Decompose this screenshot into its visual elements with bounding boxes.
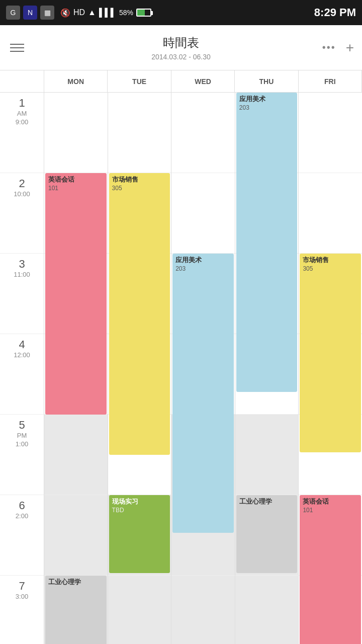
event-room: 203	[175, 265, 231, 272]
event-room: 101	[48, 185, 104, 192]
col-wed: 应用美术 203	[171, 93, 235, 644]
time-slot-2: 2 10:00	[0, 173, 44, 254]
day-header-row: MON TUE WED THU FRI	[0, 70, 362, 93]
event-title: 现场实习	[112, 498, 167, 506]
event-title: 工业心理学	[239, 498, 295, 506]
signal-icon: ▌▌▌	[99, 8, 116, 17]
date-range: 2014.03.02 - 06.30	[151, 53, 211, 61]
battery-icon	[136, 9, 151, 17]
event-title: 应用美术	[175, 256, 231, 264]
day-header-mon: MON	[44, 70, 108, 92]
time-slot-7: 7 3:00	[0, 576, 44, 644]
menu-button[interactable]	[10, 44, 24, 52]
col-mon: 英语会话 101 工业心理学	[44, 93, 108, 644]
event-title: 应用美术	[239, 95, 295, 103]
event-thu-art[interactable]: 应用美术 203	[236, 93, 298, 392]
cell-mon-5	[44, 415, 108, 495]
time-slot-4: 4 12:00	[0, 334, 44, 415]
time-slot-6: 6 2:00	[0, 495, 44, 576]
app-icon-img: ▦	[40, 6, 54, 20]
event-title: 英语会话	[48, 176, 104, 184]
status-bar: G N ▦ 🔇 HD ▲ ▌▌▌ 58% 8:29 PM	[0, 0, 362, 25]
day-header-fri: FRI	[299, 70, 362, 92]
event-title: 工业心理学	[48, 578, 104, 586]
wifi-icon: ▲	[88, 8, 96, 17]
event-tue-marketing[interactable]: 市场销售 305	[109, 173, 170, 455]
event-room: 203	[239, 104, 295, 111]
status-time: 8:29 PM	[314, 6, 356, 19]
time-slot-3: 3 11:00	[0, 254, 44, 334]
time-gutter: 1 AM 9:00 2 10:00 3 11:00 4 12:00 5 PM 1…	[0, 93, 44, 644]
header: 時間表 2014.03.02 - 06.30 ••• +	[0, 25, 362, 70]
event-fri-english[interactable]: 英语会话 101	[300, 495, 361, 644]
page-title: 時間表	[163, 35, 199, 51]
cell-tue-7	[108, 576, 171, 644]
gutter-header	[0, 70, 44, 92]
grid-body: 1 AM 9:00 2 10:00 3 11:00 4 12:00 5 PM 1…	[0, 93, 362, 644]
cell-mon-6	[44, 495, 108, 576]
cell-mon-1	[44, 93, 108, 173]
hamburger-icon	[10, 51, 24, 52]
event-tue-internship[interactable]: 现场实习 TBD	[109, 495, 170, 573]
mute-icon: 🔇	[60, 8, 70, 18]
hd-icon: HD	[73, 8, 85, 17]
time-slot-5: 5 PM 1:00	[0, 415, 44, 495]
calendar-wrapper: MON TUE WED THU FRI 1 AM 9:00 2 10:00 3 …	[0, 70, 362, 644]
event-title: 市场销售	[112, 176, 167, 184]
col-tue: 市场销售 305 现场实习 TBD	[108, 93, 172, 644]
cell-wed-7	[171, 576, 235, 644]
day-columns: 英语会话 101 工业心理学 市场销售 3	[44, 93, 362, 644]
cell-wed-1	[171, 93, 235, 173]
event-room: 305	[112, 185, 167, 192]
cell-tue-1	[108, 93, 171, 173]
header-actions: ••• +	[322, 40, 354, 56]
col-thu: 应用美术 203 工业心理学	[235, 93, 299, 644]
event-title: 市场销售	[303, 256, 358, 264]
event-mon-psychology[interactable]: 工业心理学	[45, 576, 107, 644]
event-title: 英语会话	[303, 498, 358, 506]
day-header-thu: THU	[235, 70, 298, 92]
add-event-button[interactable]: +	[346, 40, 354, 56]
day-header-tue: TUE	[108, 70, 171, 92]
hamburger-icon	[10, 47, 24, 48]
time-slot-1: 1 AM 9:00	[0, 93, 44, 173]
hamburger-icon	[10, 44, 24, 45]
cell-wed-2	[171, 173, 235, 254]
cell-fri-1	[299, 93, 362, 173]
cell-fri-2	[299, 173, 362, 254]
event-room: TBD	[112, 507, 167, 514]
event-room: 305	[303, 265, 358, 272]
cell-thu-5	[235, 415, 299, 495]
event-room: 101	[303, 507, 358, 514]
event-thu-psychology[interactable]: 工业心理学	[236, 495, 298, 573]
more-options-button[interactable]: •••	[322, 42, 336, 53]
event-fri-marketing[interactable]: 市场销售 305	[300, 254, 361, 452]
battery-percent: 58%	[119, 9, 133, 17]
status-left-icons: G N ▦ 🔇 HD ▲ ▌▌▌ 58%	[6, 6, 151, 20]
app-icon-n: N	[23, 6, 37, 20]
event-wed-art[interactable]: 应用美术 203	[172, 254, 234, 533]
cell-thu-7	[235, 576, 299, 644]
day-header-wed: WED	[171, 70, 235, 92]
col-fri: 市场销售 305 英语会话 101	[299, 93, 362, 644]
event-mon-english[interactable]: 英语会话 101	[45, 173, 107, 415]
app-icon-g: G	[6, 6, 20, 20]
